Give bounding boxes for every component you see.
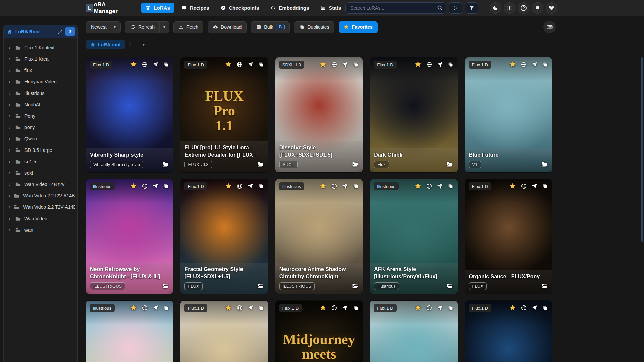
folder-tree-item[interactable]: › Wan Video 14B t2v [6, 179, 75, 190]
folder-tree-item[interactable]: › Illustrious [6, 87, 75, 99]
globe-icon[interactable] [521, 305, 527, 311]
scrollbar-thumb[interactable] [641, 57, 643, 242]
bulk-button[interactable]: Bulk B [251, 21, 290, 33]
folder-tree-item[interactable]: › Wan Video 2.2 I2V-A14B [6, 190, 75, 201]
fetch-button[interactable]: Fetch [173, 21, 203, 33]
copy-icon[interactable] [163, 183, 169, 189]
send-icon[interactable] [152, 183, 159, 189]
open-folder-icon[interactable] [352, 283, 359, 290]
breadcrumb-root[interactable]: LoRA root [86, 40, 125, 49]
lora-card[interactable]: Flux.1 D [370, 301, 457, 362]
copy-icon[interactable] [163, 305, 169, 311]
theme-toggle-button[interactable] [490, 2, 501, 14]
favorite-star-icon[interactable] [319, 304, 327, 311]
favorites-filter-button[interactable]: Favorites [339, 21, 378, 33]
search-icon[interactable] [437, 5, 443, 11]
lora-card[interactable]: Flux.1 D Vibrantly Sharp style Vibrantly… [86, 57, 173, 172]
copy-icon[interactable] [258, 61, 264, 68]
folder-tree-item[interactable]: › pony [6, 122, 75, 133]
globe-icon[interactable] [331, 305, 337, 311]
favorite-star-icon[interactable] [130, 304, 137, 311]
lora-card[interactable]: Illustrious AFK Arena Style [Illustrious… [370, 179, 457, 294]
send-icon[interactable] [152, 61, 159, 68]
lora-card[interactable]: Flux.1 D [465, 301, 552, 362]
favorite-star-icon[interactable] [414, 61, 422, 68]
lora-card[interactable]: Illustrious Neurocore Anime Shadow Circu… [275, 179, 363, 294]
lora-card[interactable]: Flux.1 D Dark Ghibli Flux [370, 57, 457, 172]
globe-icon[interactable] [142, 183, 148, 189]
favorite-star-icon[interactable] [130, 61, 137, 68]
send-icon[interactable] [437, 305, 443, 311]
copy-icon[interactable] [258, 183, 264, 189]
search-options-button[interactable] [449, 2, 462, 14]
copy-icon[interactable] [258, 305, 264, 311]
globe-icon[interactable] [521, 183, 527, 189]
folder-tree-item[interactable]: › Wan Video 2.2 T2V-A14B [6, 201, 75, 213]
send-icon[interactable] [531, 305, 538, 311]
send-icon[interactable] [437, 61, 443, 68]
send-icon[interactable] [531, 183, 538, 189]
nav-tab-recipes[interactable]: Recipes [177, 3, 214, 13]
send-icon[interactable] [342, 305, 348, 311]
open-folder-icon[interactable] [257, 161, 264, 168]
app-logo[interactable]: L oRA Manager [86, 1, 127, 15]
folder-tree-item[interactable]: › NoobAI [6, 99, 75, 110]
favorite-star-icon[interactable] [225, 182, 232, 190]
globe-icon[interactable] [426, 183, 432, 189]
lora-card[interactable]: Flux.1 D [180, 301, 268, 362]
copy-icon[interactable] [447, 183, 454, 189]
refresh-options-button[interactable]: ▾ [160, 21, 169, 33]
download-button[interactable]: Download [208, 21, 247, 33]
copy-icon[interactable] [447, 305, 454, 311]
support-button[interactable] [546, 2, 557, 14]
copy-icon[interactable] [163, 61, 169, 68]
globe-icon[interactable] [426, 61, 432, 68]
lora-card[interactable]: MidjourneymeetsFLUX Flux.1 D [275, 301, 363, 362]
globe-icon[interactable] [426, 305, 432, 311]
copy-icon[interactable] [542, 305, 548, 311]
lora-card[interactable]: Illustrious [86, 301, 173, 362]
globe-icon[interactable] [236, 305, 243, 311]
lora-card[interactable]: SDXL 1.0 Dissolve Style [FLUX+SDXL+SD1.5… [275, 57, 363, 172]
favorite-star-icon[interactable] [414, 304, 422, 311]
send-icon[interactable] [247, 183, 254, 189]
favorite-star-icon[interactable] [225, 61, 232, 68]
open-folder-icon[interactable] [257, 283, 264, 290]
send-icon[interactable] [152, 305, 159, 311]
globe-icon[interactable] [236, 183, 243, 189]
keyboard-shortcuts-button[interactable] [543, 21, 556, 33]
sort-dropdown[interactable]: Newest ▾ [86, 21, 121, 33]
folder-tree-item[interactable]: › Pony [6, 110, 75, 122]
filter-button[interactable] [465, 2, 478, 14]
lora-card[interactable]: FLUXPro1.1 Flux.1 D FLUX [pro] 1.1 Style… [180, 57, 268, 172]
copy-icon[interactable] [542, 183, 548, 189]
breadcrumb-current[interactable]: -- [135, 42, 138, 47]
notifications-button[interactable] [532, 2, 543, 14]
globe-icon[interactable] [142, 305, 148, 311]
folder-tree-item[interactable]: › Qwen [6, 133, 75, 144]
globe-icon[interactable] [521, 61, 527, 68]
duplicates-button[interactable]: Duplicates [294, 21, 334, 33]
folder-tree-item[interactable]: › Flux.1 Krea [6, 53, 75, 65]
folder-tree-item[interactable]: › Wan Video [6, 213, 75, 224]
globe-icon[interactable] [331, 183, 337, 189]
send-icon[interactable] [247, 305, 254, 311]
favorite-star-icon[interactable] [130, 182, 137, 190]
copy-icon[interactable] [542, 61, 548, 68]
send-icon[interactable] [531, 61, 538, 68]
nav-tab-checkpoints[interactable]: Checkpoints [216, 3, 263, 13]
favorite-star-icon[interactable] [414, 182, 422, 190]
collapse-tree-button[interactable] [57, 29, 62, 34]
send-icon[interactable] [342, 183, 348, 189]
globe-icon[interactable] [142, 61, 148, 68]
folder-tree-item[interactable]: › Hunyuan Video [6, 76, 75, 87]
pin-sidebar-button[interactable] [65, 27, 75, 36]
open-folder-icon[interactable] [446, 161, 453, 168]
search-input[interactable] [345, 2, 446, 14]
send-icon[interactable] [247, 61, 254, 68]
lora-card[interactable]: Flux.1 D Fractal Geometry Style [FLUX+SD… [180, 179, 268, 294]
refresh-button[interactable]: Refresh [125, 21, 160, 33]
folder-tree-item[interactable]: › sdxl [6, 167, 75, 179]
open-folder-icon[interactable] [162, 283, 169, 290]
folder-tree-item[interactable]: › Flux.1 Kontext [6, 42, 75, 53]
